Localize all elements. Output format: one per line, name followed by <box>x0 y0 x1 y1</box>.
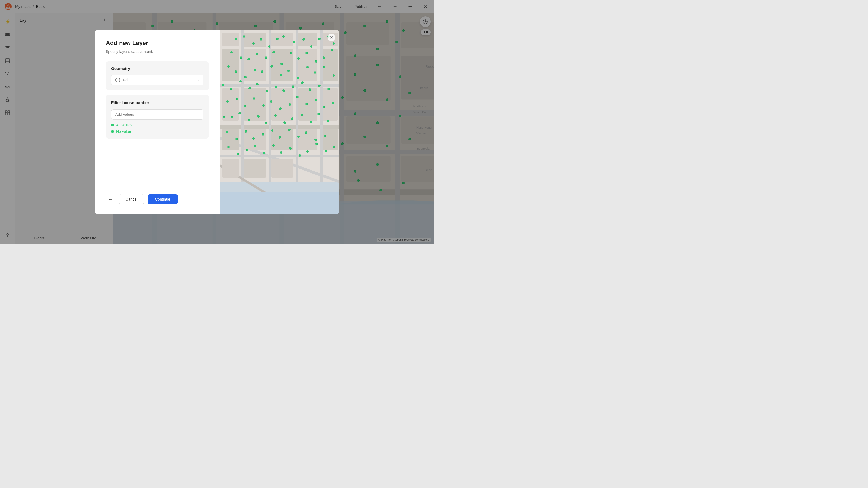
filter-section-label: Filter housenumber <box>111 99 204 105</box>
svg-rect-81 <box>271 49 293 82</box>
svg-rect-91 <box>271 129 293 151</box>
svg-rect-77 <box>299 33 317 46</box>
modal-map <box>220 30 339 214</box>
svg-rect-79 <box>222 49 239 82</box>
svg-rect-70 <box>296 30 299 182</box>
svg-rect-75 <box>244 33 266 47</box>
filter-options-list: All values No value <box>111 123 204 134</box>
svg-rect-93 <box>323 129 338 151</box>
modal-footer: ← Cancel Continue <box>106 189 209 204</box>
modal-title: Add new Layer <box>106 40 209 46</box>
continue-button[interactable]: Continue <box>148 194 178 204</box>
svg-rect-82 <box>299 49 317 82</box>
filter-all-values[interactable]: All values <box>111 123 204 127</box>
svg-rect-85 <box>244 88 266 121</box>
svg-rect-87 <box>299 88 317 121</box>
back-button[interactable]: ← <box>106 194 116 204</box>
svg-rect-84 <box>222 88 239 121</box>
svg-rect-69 <box>269 30 271 182</box>
chevron-down-icon: ⌄ <box>196 78 199 82</box>
svg-rect-94 <box>222 159 239 177</box>
svg-rect-92 <box>299 129 317 151</box>
svg-rect-90 <box>244 129 266 151</box>
modal-map-panel: ✕ <box>220 30 339 214</box>
no-value-dot <box>111 130 114 133</box>
svg-rect-88 <box>323 88 338 121</box>
geometry-section-label: Geometry <box>111 66 204 71</box>
svg-rect-86 <box>271 88 293 121</box>
svg-rect-83 <box>323 49 338 82</box>
svg-rect-80 <box>244 49 266 82</box>
modal-overlay[interactable]: Add new Layer Specify layer's data conte… <box>0 0 434 244</box>
svg-rect-76 <box>271 33 293 46</box>
modal-map-svg <box>220 30 339 214</box>
svg-rect-67 <box>220 182 339 193</box>
svg-rect-89 <box>222 129 239 151</box>
geometry-section: Geometry Point ⌄ <box>106 61 209 90</box>
svg-rect-74 <box>222 33 239 46</box>
svg-rect-68 <box>241 30 244 182</box>
modal-close-button[interactable]: ✕ <box>328 34 335 41</box>
modal-subtitle: Specify layer's data content. <box>106 50 209 54</box>
svg-rect-96 <box>271 159 293 177</box>
point-icon <box>115 77 120 83</box>
filter-settings-icon[interactable] <box>198 99 204 105</box>
geometry-select-value: Point <box>123 78 193 82</box>
add-layer-modal: Add new Layer Specify layer's data conte… <box>95 30 339 214</box>
filter-no-value[interactable]: No value <box>111 129 204 134</box>
all-values-dot <box>111 124 114 126</box>
svg-rect-71 <box>320 30 323 182</box>
svg-rect-97 <box>220 193 339 214</box>
svg-rect-95 <box>244 159 266 177</box>
filter-section: Filter housenumber All values <box>106 95 209 138</box>
cancel-button[interactable]: Cancel <box>119 194 144 204</box>
modal-left-panel: Add new Layer Specify layer's data conte… <box>95 30 220 214</box>
filter-values-input[interactable] <box>111 109 204 120</box>
geometry-select-dropdown[interactable]: Point ⌄ <box>111 74 204 86</box>
